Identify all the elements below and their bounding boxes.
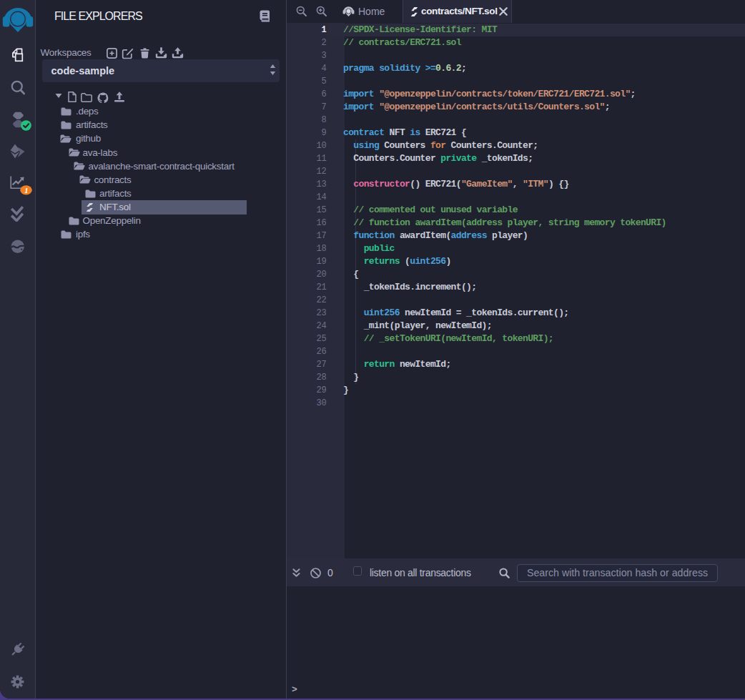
svg-text:1: 1	[24, 187, 28, 194]
